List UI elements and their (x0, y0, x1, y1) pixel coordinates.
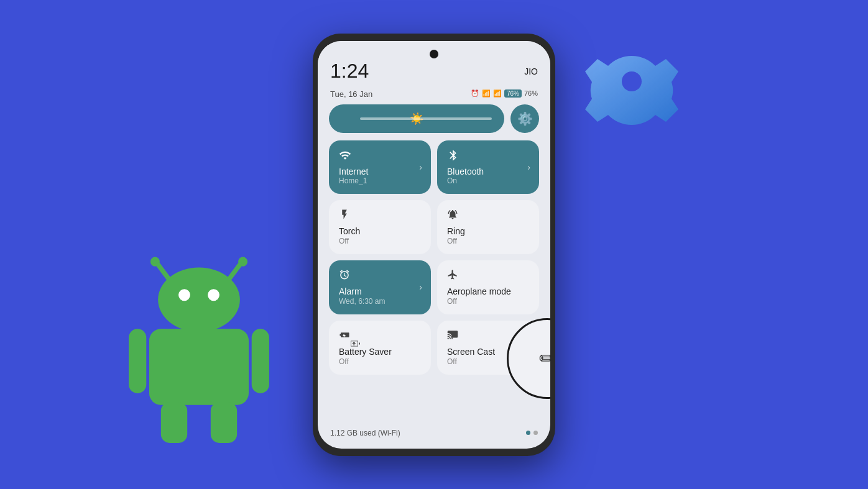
aeroplane-tile-icon (447, 269, 458, 283)
svg-rect-10 (161, 402, 187, 443)
tiles-row-3: Alarm Wed, 6:30 am › Aeroplane mode Off (329, 260, 539, 314)
android-robot (112, 253, 286, 452)
internet-arrow: › (419, 162, 422, 172)
tile-ring-subtitle: Off (447, 237, 529, 245)
quick-settings-panel: ☀️ ⚙️ Internet Home_1 (329, 103, 539, 418)
tile-aeroplane-title: Aeroplane mode (447, 286, 529, 297)
svg-rect-12 (359, 342, 361, 344)
dot-2 (533, 431, 538, 435)
date: Tue, 16 Jan (330, 89, 372, 99)
bottom-bar: 1.12 GB used (Wi-Fi) (318, 429, 550, 437)
bluetooth-tile-icon (447, 149, 459, 165)
tile-torch-title: Torch (339, 226, 421, 237)
tile-ring-content: Ring Off (447, 226, 529, 245)
tile-bluetooth-title: Bluetooth (447, 167, 529, 177)
edit-pencil-icon: ✏ (539, 347, 551, 370)
camera-notch (430, 50, 438, 58)
tile-torch[interactable]: Torch Off (329, 200, 431, 254)
settings-button[interactable]: ⚙️ (510, 104, 539, 133)
tile-internet-subtitle: Home_1 (339, 176, 421, 185)
tile-ring[interactable]: Ring Off (437, 200, 539, 254)
battery-tile-icon (339, 329, 350, 344)
brightness-bar[interactable]: ☀️ (329, 104, 504, 133)
settings-icon: ⚙️ (517, 111, 533, 126)
svg-rect-7 (149, 329, 249, 404)
tile-aeroplane-content: Aeroplane mode Off (447, 286, 529, 306)
phone-screen: 1:24 JIO Tue, 16 Jan ⏰ 📶 📶 76% 76% ☀️ (318, 41, 550, 449)
status-bar: 1:24 JIO (318, 41, 550, 78)
tile-battery-subtitle: Off (339, 357, 421, 366)
svg-rect-8 (129, 329, 146, 393)
tile-bluetooth-subtitle: On (447, 176, 529, 185)
tile-aeroplane-subtitle: Off (447, 297, 529, 306)
ring-tile-icon (447, 209, 458, 223)
tile-torch-subtitle: Off (339, 237, 421, 245)
alarm-tile-icon (339, 269, 350, 283)
phone-wrapper: 1:24 JIO Tue, 16 Jan ⏰ 📶 📶 76% 76% ☀️ (313, 34, 555, 456)
tile-aeroplane[interactable]: Aeroplane mode Off (437, 260, 539, 314)
battery-badge: 76% (504, 89, 522, 98)
data-usage-text: 1.12 GB used (Wi-Fi) (330, 429, 400, 437)
tile-alarm-content: Alarm Wed, 6:30 am (339, 286, 421, 306)
tile-alarm[interactable]: Alarm Wed, 6:30 am › (329, 260, 431, 314)
tile-ring-title: Ring (447, 226, 529, 237)
carrier: JIO (524, 66, 538, 76)
svg-point-4 (158, 268, 240, 332)
tiles-row-1: Internet Home_1 › Bluetooth On (329, 140, 539, 194)
svg-rect-11 (211, 402, 237, 443)
gear-decoration (570, 19, 694, 143)
cast-tile-icon (447, 329, 458, 344)
svg-point-3 (238, 257, 247, 267)
svg-point-6 (208, 289, 219, 301)
phone-body: 1:24 JIO Tue, 16 Jan ⏰ 📶 📶 76% 76% ☀️ (313, 34, 555, 456)
brightness-row: ☀️ ⚙️ (329, 103, 539, 134)
page-dots (526, 431, 538, 435)
tile-internet-content: Internet Home_1 (339, 167, 421, 186)
alarm-arrow: › (419, 282, 422, 292)
svg-point-5 (178, 289, 190, 301)
time: 1:24 (330, 60, 369, 83)
status-icons: ⏰ 📶 📶 76% 76% (471, 89, 538, 98)
tile-battery-content: Battery Saver Off (339, 347, 421, 366)
svg-point-1 (150, 257, 160, 267)
brightness-slider-track (360, 117, 492, 120)
bluetooth-arrow: › (527, 162, 530, 172)
alarm-icon: ⏰ (471, 89, 479, 98)
tiles-row-2: Torch Off Ring Off (329, 200, 539, 254)
wifi-icon: 📶 (482, 89, 491, 98)
tile-bluetooth[interactable]: Bluetooth On › (437, 140, 539, 194)
tile-torch-content: Torch Off (339, 226, 421, 245)
tile-bluetooth-content: Bluetooth On (447, 167, 529, 186)
tile-internet-title: Internet (339, 167, 421, 177)
dot-1 (526, 431, 530, 435)
torch-tile-icon (339, 209, 350, 223)
tile-alarm-title: Alarm (339, 286, 421, 297)
signal-icon: 📶 (493, 89, 502, 98)
battery-text: 76% (524, 89, 538, 97)
tile-battery-saver[interactable]: Battery Saver Off (329, 321, 431, 375)
svg-rect-9 (252, 329, 269, 393)
tile-alarm-subtitle: Wed, 6:30 am (339, 297, 421, 306)
tile-internet[interactable]: Internet Home_1 › (329, 140, 431, 194)
wifi-tile-icon (339, 149, 351, 165)
